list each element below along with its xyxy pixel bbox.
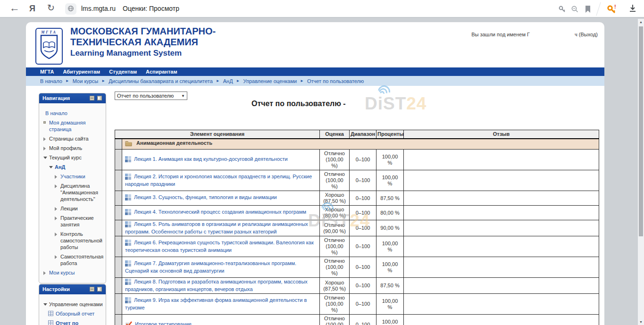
site-title-line3: Learning Managment System [70, 48, 216, 59]
report-grid-icon [48, 311, 53, 317]
chevron-down-icon[interactable] [43, 303, 47, 306]
quiz-icon [125, 297, 131, 305]
breadcrumb-user-report[interactable]: Отчет по пользователю [307, 78, 364, 84]
chevron-down-icon[interactable] [43, 157, 47, 159]
grade-item-link[interactable]: Лекция 8. Подготовка и разработка анимац… [125, 279, 308, 292]
quiz-icon [125, 240, 131, 247]
sidebar-item-and-course[interactable]: АнД [42, 164, 103, 170]
sidebar-item-my-home[interactable]: Моя домашняя страница [42, 119, 103, 133]
menu-item-mgta[interactable]: МГТА [40, 69, 54, 75]
breadcrumb-grade-admin[interactable]: Управление оценками [243, 78, 297, 84]
sidebar-item-site-pages[interactable]: Страницы сайта [42, 135, 103, 142]
block-dock-icon[interactable] [97, 96, 102, 100]
menu-item-studentam[interactable]: Студентам [109, 69, 137, 75]
breadcrumb-separator-icon: ► [216, 79, 220, 83]
chevron-right-icon[interactable] [55, 175, 57, 179]
breadcrumb-my-courses[interactable]: Мои курсы [73, 78, 98, 84]
grade-item-link[interactable]: Лекция 6. Рекреационная сущность туристс… [125, 240, 314, 253]
range-cell: 0–100 [350, 170, 376, 191]
grade-item-link[interactable]: Лекция 9. Игра как эффективная форма ани… [125, 297, 307, 310]
feedback-cell [404, 294, 599, 315]
range-cell: 0–100 [350, 257, 376, 278]
chevron-right-icon[interactable] [55, 217, 57, 220]
grade-cell: Отлично(100,00 %) [320, 236, 350, 257]
menu-item-aspirantam[interactable]: Аспирантам [146, 69, 177, 75]
grade-item-link[interactable]: Лекция 1. Анимация как вид культурно-дос… [134, 156, 288, 162]
sidebar-item-my-courses[interactable]: Мои курсы [42, 269, 103, 276]
sidebar-item-self-work[interactable]: Самостоятельная работа [42, 253, 103, 267]
address-bar-page-title[interactable]: Оценки: Просмотр [123, 5, 179, 12]
scroll-down-icon[interactable]: ▼ [639, 320, 643, 324]
page-scrollbar[interactable]: ▲ ▼ [638, 19, 644, 325]
sidebar-item-self-control[interactable]: Контроль самостоятельной работы [42, 231, 103, 250]
chevron-right-icon[interactable] [43, 137, 46, 141]
sidebar-item-discipline[interactable]: Дисциплина "Анимационная деятельность" [42, 183, 103, 202]
grade-item-row: Лекция 2. История и хронология массовых … [115, 170, 599, 191]
download-icon[interactable] [628, 4, 637, 15]
grade-item-row: Лекция 5. Роль аниматоров в организации … [115, 220, 599, 236]
settings-item-overview-report[interactable]: Обзорный отчет [42, 310, 103, 317]
breadcrumb-course[interactable]: АнД [223, 78, 233, 84]
block-collapse-icon[interactable] [90, 96, 94, 100]
breadcrumb-separator-icon: ► [66, 79, 69, 83]
grade-cell: Хорошо(80,00 %) [320, 206, 350, 220]
breadcrumb-disciplines[interactable]: Дисциплины бакалавриата и специалитета [109, 78, 213, 84]
grade-item-link[interactable]: Лекция 2. История и хронология массовых … [125, 174, 312, 187]
percent-cell: 100,00 % [376, 150, 404, 170]
range-cell: 0–100 [350, 206, 376, 220]
col-header-percent: Проценты [376, 130, 404, 139]
report-type-select[interactable]: Отчет по пользователю ▼ [115, 92, 187, 100]
chevron-right-icon[interactable] [55, 233, 57, 236]
block-dock-icon[interactable] [97, 287, 102, 292]
page-search-icon[interactable] [571, 5, 579, 15]
percent-cell: 100,00 % [376, 294, 404, 315]
logo-acronym: МГТА [36, 30, 62, 34]
chevron-down-icon[interactable] [49, 166, 53, 168]
settings-item-grade-admin[interactable]: Управление оценками [42, 301, 103, 308]
scrollbar-thumb[interactable] [639, 26, 643, 236]
sidebar-item-current-course[interactable]: Текущий курс [42, 154, 103, 161]
refresh-icon[interactable]: ↻ [47, 2, 55, 13]
menu-item-abiturientam[interactable]: Абитуриентам [63, 69, 100, 75]
select-arrow-icon: ▼ [181, 94, 185, 98]
grade-item-link[interactable]: Лекция 4. Технологический процесс создан… [134, 209, 306, 215]
address-bar-domain[interactable]: lms.mgta.ru [81, 5, 116, 12]
chevron-right-icon[interactable] [43, 147, 46, 150]
back-icon[interactable]: ← [9, 2, 20, 14]
grade-item-link[interactable]: Лекция 3. Сущность, функция, типология и… [134, 194, 277, 200]
range-cell: 0–100 [350, 278, 376, 294]
sidebar-item-lectures[interactable]: Лекции [42, 205, 103, 212]
grade-item-row: Итоговое тестирование Отлично(100,00 %) … [115, 315, 599, 325]
range-cell: 0–100 [350, 294, 376, 315]
grade-item-link[interactable]: Лекция 5. Роль аниматоров в организации … [125, 221, 308, 234]
sidebar-item-home[interactable]: В начало [42, 110, 103, 117]
chevron-right-icon[interactable] [43, 271, 46, 275]
mgta-logo[interactable]: МГТА [35, 28, 63, 65]
chevron-right-icon[interactable] [55, 184, 57, 188]
chevron-right-icon[interactable] [55, 255, 57, 259]
grade-item-link[interactable]: Лекция 7. Драматургия анимационно-театра… [125, 260, 296, 274]
breadcrumb-separator-icon: ► [236, 79, 240, 83]
breadcrumb-home[interactable]: В начало [40, 78, 62, 84]
svg-text:!: ! [614, 4, 616, 9]
settings-item-user-report[interactable]: Отчет по пользователю [42, 320, 103, 325]
block-collapse-icon[interactable] [90, 287, 94, 292]
yandex-browser-icon[interactable]: Я [29, 4, 35, 14]
breadcrumb-separator-icon: ► [300, 79, 304, 83]
sidebar-item-participants[interactable]: Участники [42, 173, 103, 180]
scroll-up-icon[interactable]: ▲ [639, 20, 643, 24]
range-cell: 0–100 [350, 236, 376, 257]
bookmark-icon[interactable] [585, 5, 591, 15]
sidebar-item-practice[interactable]: Практические занятия [42, 215, 103, 228]
password-alert-icon[interactable]: ! [607, 4, 617, 16]
site-title-line1: МОСКОВСКАЯ ГУМАНИТАРНО- [70, 26, 216, 37]
range-cell: 0–100 [350, 191, 376, 206]
percent-cell: 100,00 % [376, 236, 404, 257]
login-info: Вы зашли под именем Гч (Выход) [471, 32, 598, 37]
sidebar-item-my-profile[interactable]: Мой профиль [42, 145, 103, 151]
password-key-icon[interactable] [558, 5, 566, 15]
chevron-right-icon[interactable] [55, 207, 57, 211]
logout-link[interactable]: ч (Выход) [575, 32, 598, 37]
quiz-icon [125, 260, 131, 268]
grade-item-link[interactable]: Итоговое тестирование [135, 321, 192, 325]
